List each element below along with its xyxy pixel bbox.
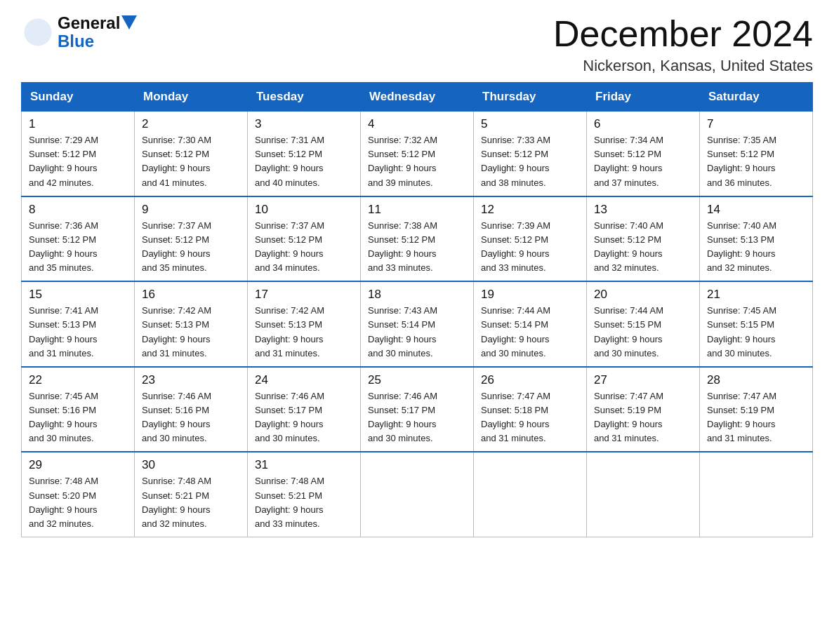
day-number: 9 <box>142 203 240 217</box>
day-info: Sunrise: 7:38 AM Sunset: 5:12 PM Dayligh… <box>368 219 466 276</box>
logo-text: General Blue <box>58 14 137 51</box>
calendar-cell: 8 Sunrise: 7:36 AM Sunset: 5:12 PM Dayli… <box>22 196 135 282</box>
day-info: Sunrise: 7:42 AM Sunset: 5:13 PM Dayligh… <box>255 304 353 361</box>
day-info: Sunrise: 7:47 AM Sunset: 5:19 PM Dayligh… <box>707 389 805 446</box>
calendar-cell: 17 Sunrise: 7:42 AM Sunset: 5:13 PM Dayl… <box>248 281 361 367</box>
page: General Blue December 2024 Nickerson, Ka… <box>0 0 834 558</box>
day-info: Sunrise: 7:48 AM Sunset: 5:20 PM Dayligh… <box>29 474 127 531</box>
day-info: Sunrise: 7:39 AM Sunset: 5:12 PM Dayligh… <box>481 219 579 276</box>
day-info: Sunrise: 7:31 AM Sunset: 5:12 PM Dayligh… <box>255 133 353 190</box>
title-block: December 2024 Nickerson, Kansas, United … <box>553 14 813 75</box>
calendar-week-row: 15 Sunrise: 7:41 AM Sunset: 5:13 PM Dayl… <box>22 281 813 367</box>
day-number: 26 <box>481 373 579 387</box>
calendar-cell: 22 Sunrise: 7:45 AM Sunset: 5:16 PM Dayl… <box>22 367 135 452</box>
day-number: 30 <box>142 458 240 472</box>
day-number: 12 <box>481 203 579 217</box>
calendar-cell: 12 Sunrise: 7:39 AM Sunset: 5:12 PM Dayl… <box>474 196 587 282</box>
day-number: 13 <box>594 203 692 217</box>
day-number: 14 <box>707 203 805 217</box>
day-info: Sunrise: 7:40 AM Sunset: 5:12 PM Dayligh… <box>594 219 692 276</box>
day-number: 15 <box>29 288 127 302</box>
header: General Blue December 2024 Nickerson, Ka… <box>21 14 813 75</box>
day-info: Sunrise: 7:48 AM Sunset: 5:21 PM Dayligh… <box>142 474 240 531</box>
day-info: Sunrise: 7:46 AM Sunset: 5:17 PM Dayligh… <box>255 389 353 446</box>
logo-arrow-icon <box>121 15 137 29</box>
calendar-cell: 2 Sunrise: 7:30 AM Sunset: 5:12 PM Dayli… <box>135 112 248 196</box>
calendar-cell: 21 Sunrise: 7:45 AM Sunset: 5:15 PM Dayl… <box>700 281 813 367</box>
day-info: Sunrise: 7:44 AM Sunset: 5:14 PM Dayligh… <box>481 304 579 361</box>
logo-general-text: General <box>58 14 120 32</box>
calendar-cell: 13 Sunrise: 7:40 AM Sunset: 5:12 PM Dayl… <box>587 196 700 282</box>
day-info: Sunrise: 7:47 AM Sunset: 5:19 PM Dayligh… <box>594 389 692 446</box>
weekday-header-wednesday: Wednesday <box>361 83 474 112</box>
calendar-cell: 7 Sunrise: 7:35 AM Sunset: 5:12 PM Dayli… <box>700 112 813 196</box>
day-info: Sunrise: 7:46 AM Sunset: 5:17 PM Dayligh… <box>368 389 466 446</box>
day-info: Sunrise: 7:45 AM Sunset: 5:15 PM Dayligh… <box>707 304 805 361</box>
calendar-cell <box>361 452 474 537</box>
day-number: 24 <box>255 373 353 387</box>
logo: General Blue <box>21 14 137 51</box>
weekday-header-tuesday: Tuesday <box>248 83 361 112</box>
calendar-cell: 18 Sunrise: 7:43 AM Sunset: 5:14 PM Dayl… <box>361 281 474 367</box>
day-info: Sunrise: 7:30 AM Sunset: 5:12 PM Dayligh… <box>142 133 240 190</box>
calendar-cell: 25 Sunrise: 7:46 AM Sunset: 5:17 PM Dayl… <box>361 367 474 452</box>
day-number: 18 <box>368 288 466 302</box>
day-number: 4 <box>368 117 466 131</box>
calendar-cell: 10 Sunrise: 7:37 AM Sunset: 5:12 PM Dayl… <box>248 196 361 282</box>
weekday-header-saturday: Saturday <box>700 83 813 112</box>
day-number: 5 <box>481 117 579 131</box>
day-number: 25 <box>368 373 466 387</box>
title-month: December 2024 <box>553 14 813 54</box>
day-number: 22 <box>29 373 127 387</box>
day-number: 21 <box>707 288 805 302</box>
weekday-header-sunday: Sunday <box>22 83 135 112</box>
day-info: Sunrise: 7:34 AM Sunset: 5:12 PM Dayligh… <box>594 133 692 190</box>
logo-icon <box>21 15 55 49</box>
weekday-header-monday: Monday <box>135 83 248 112</box>
day-info: Sunrise: 7:46 AM Sunset: 5:16 PM Dayligh… <box>142 389 240 446</box>
day-number: 19 <box>481 288 579 302</box>
weekday-header-thursday: Thursday <box>474 83 587 112</box>
calendar-cell <box>474 452 587 537</box>
day-info: Sunrise: 7:36 AM Sunset: 5:12 PM Dayligh… <box>29 219 127 276</box>
day-number: 31 <box>255 458 353 472</box>
day-info: Sunrise: 7:45 AM Sunset: 5:16 PM Dayligh… <box>29 389 127 446</box>
day-info: Sunrise: 7:41 AM Sunset: 5:13 PM Dayligh… <box>29 304 127 361</box>
day-number: 1 <box>29 117 127 131</box>
calendar-cell: 28 Sunrise: 7:47 AM Sunset: 5:19 PM Dayl… <box>700 367 813 452</box>
svg-marker-2 <box>121 15 137 29</box>
calendar-week-row: 8 Sunrise: 7:36 AM Sunset: 5:12 PM Dayli… <box>22 196 813 282</box>
weekday-header-friday: Friday <box>587 83 700 112</box>
day-number: 28 <box>707 373 805 387</box>
day-number: 23 <box>142 373 240 387</box>
day-info: Sunrise: 7:32 AM Sunset: 5:12 PM Dayligh… <box>368 133 466 190</box>
calendar-cell: 31 Sunrise: 7:48 AM Sunset: 5:21 PM Dayl… <box>248 452 361 537</box>
calendar-cell: 3 Sunrise: 7:31 AM Sunset: 5:12 PM Dayli… <box>248 112 361 196</box>
day-info: Sunrise: 7:29 AM Sunset: 5:12 PM Dayligh… <box>29 133 127 190</box>
day-number: 8 <box>29 203 127 217</box>
calendar-cell: 23 Sunrise: 7:46 AM Sunset: 5:16 PM Dayl… <box>135 367 248 452</box>
day-info: Sunrise: 7:37 AM Sunset: 5:12 PM Dayligh… <box>142 219 240 276</box>
calendar-cell: 1 Sunrise: 7:29 AM Sunset: 5:12 PM Dayli… <box>22 112 135 196</box>
day-number: 2 <box>142 117 240 131</box>
calendar-cell <box>587 452 700 537</box>
calendar-cell: 24 Sunrise: 7:46 AM Sunset: 5:17 PM Dayl… <box>248 367 361 452</box>
calendar-cell: 11 Sunrise: 7:38 AM Sunset: 5:12 PM Dayl… <box>361 196 474 282</box>
calendar-cell: 6 Sunrise: 7:34 AM Sunset: 5:12 PM Dayli… <box>587 112 700 196</box>
day-number: 17 <box>255 288 353 302</box>
calendar-header-row: SundayMondayTuesdayWednesdayThursdayFrid… <box>22 83 813 112</box>
day-number: 10 <box>255 203 353 217</box>
day-number: 29 <box>29 458 127 472</box>
calendar-cell: 16 Sunrise: 7:42 AM Sunset: 5:13 PM Dayl… <box>135 281 248 367</box>
calendar-week-row: 22 Sunrise: 7:45 AM Sunset: 5:16 PM Dayl… <box>22 367 813 452</box>
day-info: Sunrise: 7:43 AM Sunset: 5:14 PM Dayligh… <box>368 304 466 361</box>
calendar-cell: 20 Sunrise: 7:44 AM Sunset: 5:15 PM Dayl… <box>587 281 700 367</box>
calendar-cell: 29 Sunrise: 7:48 AM Sunset: 5:20 PM Dayl… <box>22 452 135 537</box>
day-info: Sunrise: 7:40 AM Sunset: 5:13 PM Dayligh… <box>707 219 805 276</box>
day-info: Sunrise: 7:47 AM Sunset: 5:18 PM Dayligh… <box>481 389 579 446</box>
title-location: Nickerson, Kansas, United States <box>553 57 813 75</box>
day-info: Sunrise: 7:48 AM Sunset: 5:21 PM Dayligh… <box>255 474 353 531</box>
day-number: 11 <box>368 203 466 217</box>
day-number: 6 <box>594 117 692 131</box>
day-number: 20 <box>594 288 692 302</box>
